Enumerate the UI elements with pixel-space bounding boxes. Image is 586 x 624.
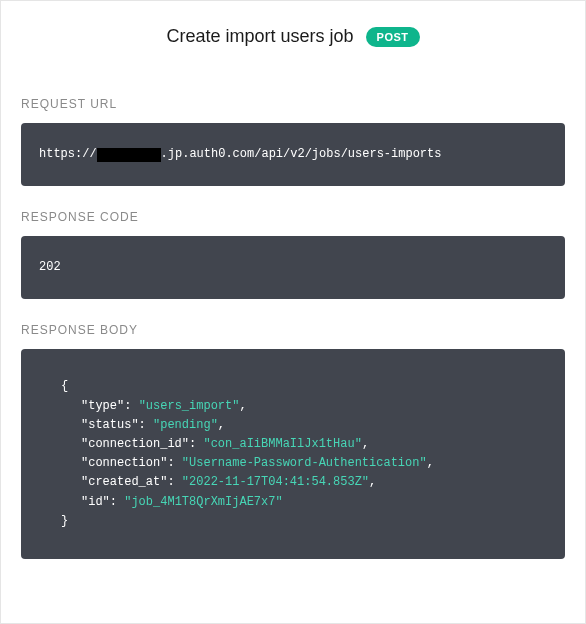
url-prefix: https:// [39, 145, 97, 164]
json-field-status: "status": "pending", [43, 416, 543, 435]
request-url-block: https://.jp.auth0.com/api/v2/jobs/users-… [21, 123, 565, 186]
page-title: Create import users job [166, 26, 353, 47]
response-body-section: RESPONSE BODY { "type": "users_import", … [21, 323, 565, 559]
url-suffix: .jp.auth0.com/api/v2/jobs/users-imports [161, 145, 442, 164]
http-method-badge: POST [366, 27, 420, 47]
response-code-block: 202 [21, 236, 565, 299]
request-url-value: https://.jp.auth0.com/api/v2/jobs/users-… [39, 145, 547, 164]
request-url-label: REQUEST URL [21, 97, 565, 111]
response-code-section: RESPONSE CODE 202 [21, 210, 565, 299]
json-field-connection: "connection": "Username-Password-Authent… [43, 454, 543, 473]
response-body-label: RESPONSE BODY [21, 323, 565, 337]
json-field-id: "id": "job_4M1T8QrXmIjAE7x7" [43, 493, 543, 512]
json-field-created-at: "created_at": "2022-11-17T04:41:54.853Z"… [43, 473, 543, 492]
request-url-section: REQUEST URL https://.jp.auth0.com/api/v2… [21, 97, 565, 186]
json-close-brace: } [43, 512, 543, 531]
response-body-block: { "type": "users_import", "status": "pen… [21, 349, 565, 559]
response-code-value: 202 [39, 260, 61, 274]
json-field-type: "type": "users_import", [43, 397, 543, 416]
json-open-brace: { [43, 377, 543, 396]
page-header: Create import users job POST [21, 26, 565, 47]
redacted-tenant [97, 148, 161, 162]
response-code-label: RESPONSE CODE [21, 210, 565, 224]
json-field-connection-id: "connection_id": "con_aIiBMMaIlJx1tHau", [43, 435, 543, 454]
